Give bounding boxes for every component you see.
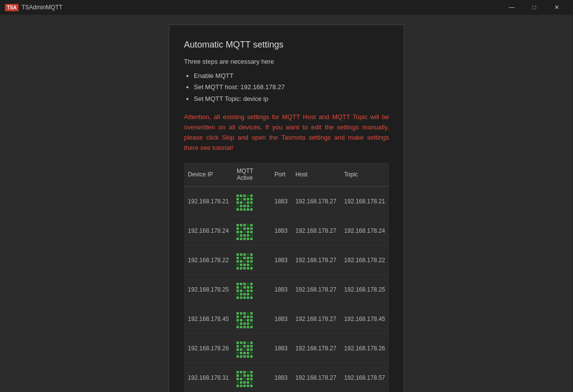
table-row: 192.168.178.261883192.168.178.27192.168.… [184, 334, 389, 363]
cell-port: 1883 [270, 334, 291, 363]
step-3: Set MQTT Topic: device ip [194, 93, 389, 104]
minimize-button[interactable]: — [500, 0, 523, 15]
cell-mqtt-active [233, 275, 270, 304]
steps-list: Enable MQTT Set MQTT host: 192.168.178.2… [184, 70, 389, 104]
cell-device-ip: 192.168.178.22 [184, 245, 233, 275]
col-header-port: Port [270, 163, 291, 187]
cell-mqtt-active [233, 363, 270, 392]
cell-device-ip: 192.168.178.24 [184, 216, 233, 245]
table-row: 192.168.178.211883192.168.178.27192.168.… [184, 187, 389, 216]
cell-mqtt-active [233, 334, 270, 363]
cell-device-ip: 192.168.178.45 [184, 304, 233, 334]
col-header-host: Host [291, 163, 340, 187]
table-header-row: Device IP MQTT Active Port Host Topic [184, 163, 389, 187]
cell-topic: 192.168.178.26 [340, 334, 389, 363]
titlebar-left: TSA TSAdminMQTT [5, 4, 62, 11]
titlebar-controls: — □ ✕ [500, 0, 568, 15]
dialog-subtitle: Three steps are necessary here [184, 58, 389, 65]
cell-topic: 192.168.178.21 [340, 187, 389, 216]
dialog: Automatic MQTT settings Three steps are … [169, 24, 404, 392]
col-header-device-ip: Device IP [184, 163, 233, 187]
table-row: 192.168.178.221883192.168.178.27192.168.… [184, 245, 389, 275]
cell-topic: 192.168.178.24 [340, 216, 389, 245]
table-row: 192.168.178.241883192.168.178.27192.168.… [184, 216, 389, 245]
step-1: Enable MQTT [194, 70, 389, 81]
cell-port: 1883 [270, 304, 291, 334]
cell-port: 1883 [270, 245, 291, 275]
dialog-title: Automatic MQTT settings [184, 40, 389, 50]
table-row: 192.168.178.311883192.168.178.27192.168.… [184, 363, 389, 392]
maximize-button[interactable]: □ [523, 0, 546, 15]
cell-mqtt-active [233, 304, 270, 334]
col-header-topic: Topic [340, 163, 389, 187]
app-logo: TSA [5, 4, 19, 11]
cell-host: 192.168.178.27 [291, 187, 340, 216]
cell-port: 1883 [270, 187, 291, 216]
cell-mqtt-active [233, 245, 270, 275]
cell-device-ip: 192.168.178.25 [184, 275, 233, 304]
cell-device-ip: 192.168.178.21 [184, 187, 233, 216]
app-title: TSAdminMQTT [22, 4, 62, 11]
cell-topic: 192.168.178.57 [340, 363, 389, 392]
table-row: 192.168.178.251883192.168.178.27192.168.… [184, 275, 389, 304]
cell-topic: 192.168.178.25 [340, 275, 389, 304]
cell-host: 192.168.178.27 [291, 304, 340, 334]
col-header-mqtt-active: MQTT Active [233, 163, 270, 187]
table-row: 192.168.178.451883192.168.178.27192.168.… [184, 304, 389, 334]
titlebar: TSA TSAdminMQTT — □ ✕ [0, 0, 573, 15]
cell-mqtt-active [233, 216, 270, 245]
cell-host: 192.168.178.27 [291, 334, 340, 363]
main-content: Automatic MQTT settings Three steps are … [0, 15, 573, 392]
close-button[interactable]: ✕ [546, 0, 568, 15]
cell-topic: 192.168.178.45 [340, 304, 389, 334]
cell-host: 192.168.178.27 [291, 275, 340, 304]
cell-host: 192.168.178.27 [291, 245, 340, 275]
cell-device-ip: 192.168.178.31 [184, 363, 233, 392]
cell-port: 1883 [270, 275, 291, 304]
cell-port: 1883 [270, 216, 291, 245]
cell-host: 192.168.178.27 [291, 363, 340, 392]
device-table: Device IP MQTT Active Port Host Topic 19… [184, 163, 389, 392]
cell-topic: 192.168.178.22 [340, 245, 389, 275]
step-2: Set MQTT host: 192.168.178.27 [194, 81, 389, 93]
cell-mqtt-active [233, 187, 270, 216]
cell-device-ip: 192.168.178.26 [184, 334, 233, 363]
cell-port: 1883 [270, 363, 291, 392]
warning-text: Attention, all existing settings for MQT… [184, 112, 389, 153]
cell-host: 192.168.178.27 [291, 216, 340, 245]
